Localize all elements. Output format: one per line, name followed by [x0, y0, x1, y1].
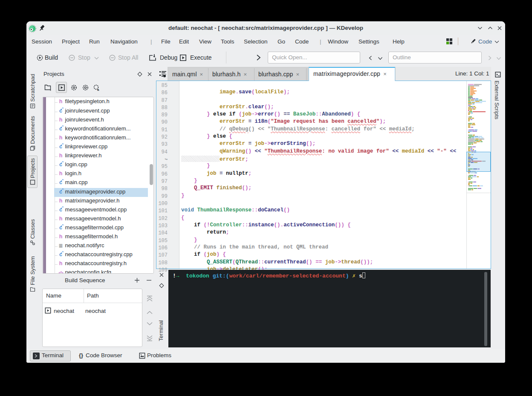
svg-text:a: a [97, 88, 99, 91]
